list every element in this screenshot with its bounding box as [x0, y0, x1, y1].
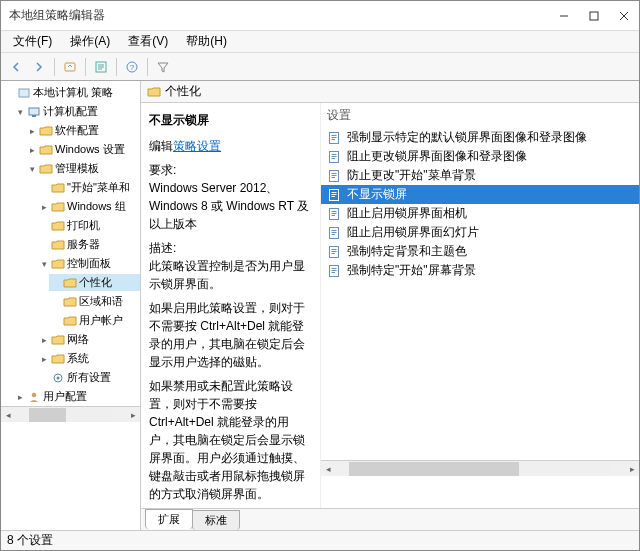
- svg-rect-1: [65, 63, 75, 71]
- requirements-text: Windows Server 2012、Windows 8 或 Windows …: [149, 179, 310, 233]
- setting-item[interactable]: 防止更改"开始"菜单背景: [321, 166, 639, 185]
- tree-region[interactable]: 区域和语: [49, 293, 140, 310]
- expander-icon[interactable]: ▸: [27, 145, 37, 155]
- titlebar: 本地组策略编辑器: [1, 1, 639, 31]
- properties-button[interactable]: [90, 56, 112, 78]
- main-area: 本地计算机 策略 ▾ 计算机配置 ▸ 软件配置 ▸ Windows 设置: [1, 81, 639, 530]
- menubar: 文件(F) 操作(A) 查看(V) 帮助(H): [1, 31, 639, 53]
- tree-network[interactable]: ▸ 网络: [37, 331, 140, 348]
- svg-point-9: [57, 376, 60, 379]
- minimize-button[interactable]: [549, 1, 579, 31]
- help-button[interactable]: ?: [121, 56, 143, 78]
- forward-button[interactable]: [28, 56, 50, 78]
- tree-root[interactable]: 本地计算机 策略: [3, 84, 140, 101]
- setting-item[interactable]: 强制特定"开始"屏幕背景: [321, 261, 639, 280]
- setting-item[interactable]: 不显示锁屏: [321, 185, 639, 204]
- tree-system[interactable]: ▸ 系统: [37, 350, 140, 367]
- svg-rect-6: [29, 108, 39, 115]
- tree-personalization[interactable]: 个性化: [49, 274, 140, 291]
- description-text: 此策略设置控制是否为用户显示锁屏界面。: [149, 257, 310, 293]
- category-header: 个性化: [141, 81, 639, 103]
- svg-point-10: [32, 392, 37, 397]
- close-button[interactable]: [609, 1, 639, 31]
- svg-rect-0: [590, 12, 598, 20]
- folder-icon: [39, 162, 53, 176]
- svg-rect-7: [32, 115, 36, 117]
- policy-icon: [327, 226, 341, 240]
- setting-label: 阻止启用锁屏界面幻灯片: [347, 224, 479, 241]
- folder-icon: [147, 85, 161, 99]
- expander-icon[interactable]: ▸: [39, 335, 49, 345]
- expander-icon[interactable]: ▾: [15, 107, 25, 117]
- svg-rect-5: [19, 89, 29, 97]
- content-pane: 个性化 不显示锁屏 编辑策略设置 要求: Windows Server 2012…: [141, 81, 639, 530]
- category-label: 个性化: [165, 83, 201, 100]
- menu-help[interactable]: 帮助(H): [178, 31, 235, 52]
- menu-action[interactable]: 操作(A): [62, 31, 118, 52]
- toolbar: ?: [1, 53, 639, 81]
- settings-hscroll[interactable]: ◂ ▸: [321, 460, 639, 476]
- folder-icon: [51, 333, 65, 347]
- setting-item[interactable]: 强制显示特定的默认锁屏界面图像和登录图像: [321, 128, 639, 147]
- setting-item[interactable]: 阻止启用锁屏界面相机: [321, 204, 639, 223]
- folder-icon: [63, 314, 77, 328]
- policy-icon: [327, 245, 341, 259]
- edit-policy-link[interactable]: 策略设置: [173, 139, 221, 153]
- tree-hscroll[interactable]: ◂ ▸: [1, 406, 140, 422]
- policy-icon: [327, 150, 341, 164]
- filter-button[interactable]: [152, 56, 174, 78]
- computer-icon: [27, 105, 41, 119]
- setting-item[interactable]: 阻止启用锁屏界面幻灯片: [321, 223, 639, 242]
- tree-start-menu[interactable]: "开始"菜单和: [37, 179, 140, 196]
- expander-icon[interactable]: ▸: [27, 126, 37, 136]
- tree-all-settings[interactable]: 所有设置: [37, 369, 140, 386]
- expander-icon[interactable]: ▸: [39, 354, 49, 364]
- folder-icon: [39, 124, 53, 138]
- up-button[interactable]: [59, 56, 81, 78]
- tree-software-settings[interactable]: ▸ 软件配置: [25, 122, 140, 139]
- folder-icon: [63, 295, 77, 309]
- menu-file[interactable]: 文件(F): [5, 31, 60, 52]
- tree-printer[interactable]: 打印机: [37, 217, 140, 234]
- tree-user-accounts[interactable]: 用户帐户: [49, 312, 140, 329]
- setting-label: 阻止启用锁屏界面相机: [347, 205, 467, 222]
- tree-windows-components[interactable]: ▸ Windows 组: [37, 198, 140, 215]
- expander-icon[interactable]: ▾: [27, 164, 37, 174]
- description-para2: 如果禁用或未配置此策略设置，则对于不需要按 Ctrl+Alt+Del 就能登录的…: [149, 377, 310, 503]
- setting-label: 不显示锁屏: [347, 186, 407, 203]
- settings-icon: [51, 371, 65, 385]
- policy-icon: [327, 169, 341, 183]
- setting-item[interactable]: 强制特定背景和主题色: [321, 242, 639, 261]
- tab-extended[interactable]: 扩展: [145, 509, 193, 529]
- settings-list[interactable]: 设置 强制显示特定的默认锁屏界面图像和登录图像阻止更改锁屏界面图像和登录图像防止…: [321, 103, 639, 508]
- tree-user-config[interactable]: ▸ 用户配置: [13, 388, 140, 405]
- folder-icon: [51, 181, 65, 195]
- tree-computer-config[interactable]: ▾ 计算机配置: [13, 103, 140, 120]
- statusbar: 8 个设置: [1, 530, 639, 550]
- expander-icon[interactable]: ▸: [39, 202, 49, 212]
- tree-windows-settings[interactable]: ▸ Windows 设置: [25, 141, 140, 158]
- folder-icon: [39, 143, 53, 157]
- folder-icon: [51, 219, 65, 233]
- policy-icon: [327, 188, 341, 202]
- settings-header[interactable]: 设置: [321, 103, 639, 128]
- policy-title: 不显示锁屏: [149, 111, 310, 129]
- tree-pane[interactable]: 本地计算机 策略 ▾ 计算机配置 ▸ 软件配置 ▸ Windows 设置: [1, 81, 141, 530]
- tree-admin-templates[interactable]: ▾ 管理模板: [25, 160, 140, 177]
- maximize-button[interactable]: [579, 1, 609, 31]
- expander-icon[interactable]: ▸: [15, 392, 25, 402]
- tree-control-panel[interactable]: ▾ 控制面板: [37, 255, 140, 272]
- gpedit-icon: [17, 86, 31, 100]
- tab-standard[interactable]: 标准: [192, 510, 240, 530]
- setting-label: 强制特定"开始"屏幕背景: [347, 262, 476, 279]
- folder-icon: [51, 257, 65, 271]
- setting-label: 阻止更改锁屏界面图像和登录图像: [347, 148, 527, 165]
- policy-icon: [327, 264, 341, 278]
- setting-item[interactable]: 阻止更改锁屏界面图像和登录图像: [321, 147, 639, 166]
- menu-view[interactable]: 查看(V): [120, 31, 176, 52]
- tree-server[interactable]: 服务器: [37, 236, 140, 253]
- status-text: 8 个设置: [7, 532, 53, 549]
- expander-icon[interactable]: ▾: [39, 259, 49, 269]
- back-button[interactable]: [5, 56, 27, 78]
- description-pane: 不显示锁屏 编辑策略设置 要求: Windows Server 2012、Win…: [141, 103, 321, 508]
